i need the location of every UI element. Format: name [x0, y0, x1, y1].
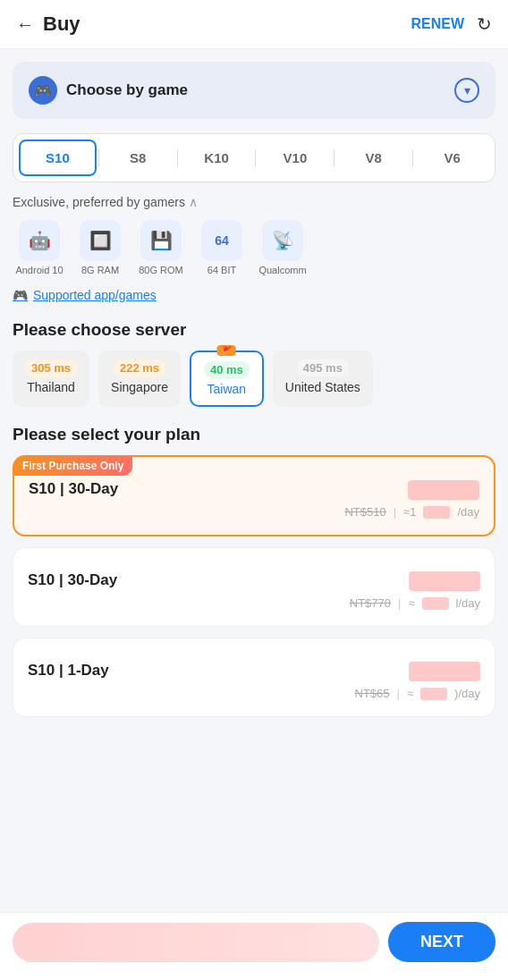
gamepad-icon: 🎮: [13, 288, 28, 302]
plan-3-per-day-text: )/day: [454, 687, 480, 700]
ram-icon: 🔲: [80, 220, 121, 261]
64bit-icon: 64: [201, 220, 242, 261]
exclusive-label: Exclusive, preferred by gamers ∧: [13, 195, 495, 209]
taiwan-ping: 40 ms: [204, 361, 250, 378]
supported-link[interactable]: 🎮 Supported app/games: [13, 288, 495, 302]
plan-1-original-price: NT$510: [344, 505, 385, 519]
plan-card-2[interactable]: S10 | 30-Day NT$770 | ≈ l/day: [13, 547, 495, 627]
plan-3-per-day-blurred: [420, 688, 447, 700]
tab-v10[interactable]: V10: [258, 141, 332, 174]
bottom-bar: NEXT: [0, 912, 508, 980]
header-left: ← Buy: [16, 13, 80, 36]
plan-1-approx: ≈1: [403, 505, 416, 519]
plan-1-name: S10 | 30-Day: [29, 480, 118, 498]
spec-android: 🤖 Android 10: [13, 220, 66, 275]
tab-divider-2: [177, 149, 178, 167]
page-title: Buy: [43, 13, 80, 36]
tab-k10[interactable]: K10: [180, 141, 254, 174]
taiwan-name: Taiwan: [207, 382, 247, 396]
plan-2-bottom: NT$770 | ≈ l/day: [28, 596, 480, 610]
plan-3-price-blurred: [409, 662, 480, 681]
tab-divider-5: [412, 149, 413, 167]
next-button[interactable]: NEXT: [388, 922, 495, 962]
plan-1-per-day-text: /day: [457, 505, 479, 519]
choose-game-left: 🎮 Choose by game: [29, 76, 188, 105]
spec-android-label: Android 10: [15, 265, 63, 275]
plan-2-price-blurred: [409, 571, 480, 591]
spec-rom-label: 80G ROM: [139, 265, 183, 275]
server-taiwan[interactable]: 🚩 40 ms Taiwan: [190, 351, 264, 407]
plan-2-name: S10 | 30-Day: [28, 571, 117, 589]
plan-1-per-day-blurred: [423, 506, 450, 519]
plan-1-price-blurred: [408, 480, 479, 500]
spec-ram: 🔲 8G RAM: [73, 220, 127, 275]
plan-1-bottom: NT$510 | ≈1 /day: [29, 505, 479, 519]
server-thailand[interactable]: 305 ms Thailand: [13, 351, 89, 407]
game-icon: 🎮: [29, 76, 57, 105]
server-row: 305 ms Thailand 222 ms Singapore 🚩 40 ms…: [13, 351, 495, 407]
refresh-icon[interactable]: ↻: [477, 13, 492, 35]
choose-game-label: Choose by game: [66, 81, 188, 99]
tab-divider-3: [255, 149, 256, 167]
us-name: United States: [285, 380, 360, 394]
spec-ram-label: 8G RAM: [81, 265, 119, 275]
tab-s10[interactable]: S10: [19, 139, 97, 176]
header-right: RENEW ↻: [411, 13, 492, 35]
tab-v8[interactable]: V8: [336, 141, 411, 174]
taiwan-badge: 🚩: [217, 345, 236, 356]
plan-3-top: S10 | 1-Day: [28, 662, 480, 681]
android-icon: 🤖: [19, 220, 60, 261]
spec-64bit-label: 64 BIT: [207, 265, 236, 275]
rom-icon: 💾: [140, 220, 182, 261]
supported-link-text[interactable]: Supported app/games: [33, 288, 157, 302]
spec-rom: 💾 80G ROM: [134, 220, 188, 275]
plan-1-top: S10 | 30-Day: [29, 480, 479, 500]
back-button[interactable]: ←: [16, 14, 34, 35]
thailand-ping: 305 ms: [25, 359, 77, 376]
server-singapore[interactable]: 222 ms Singapore: [98, 351, 181, 407]
plan-3-bottom: NT$65 | ≈ )/day: [28, 687, 480, 700]
thailand-name: Thailand: [27, 380, 75, 394]
main-content: 🎮 Choose by game ▾ S10 S8 K10 V10 V8 V6 …: [0, 49, 508, 817]
spec-qualcomm-label: Qualcomm: [258, 265, 306, 275]
header: ← Buy RENEW ↻: [0, 0, 508, 49]
renew-button[interactable]: RENEW: [411, 16, 464, 32]
spec-64bit: 64 64 BIT: [195, 220, 249, 275]
choose-game-card[interactable]: 🎮 Choose by game ▾: [13, 62, 495, 119]
qualcomm-icon: 📡: [262, 220, 303, 261]
tab-v6[interactable]: V6: [415, 141, 489, 174]
plan-3-approx: ≈: [407, 687, 413, 700]
plan-3-name: S10 | 1-Day: [28, 662, 109, 680]
specs-row: 🤖 Android 10 🔲 8G RAM 💾 80G ROM 64 64 BI…: [13, 220, 495, 275]
server-us[interactable]: 495 ms United States: [273, 351, 373, 407]
plan-tabs: S10 S8 K10 V10 V8 V6: [13, 133, 495, 182]
plan-card-3[interactable]: S10 | 1-Day NT$65 | ≈ )/day: [13, 638, 495, 717]
plan-section-title: Please select your plan: [13, 425, 495, 444]
singapore-name: Singapore: [111, 380, 168, 394]
plan-2-approx: ≈: [408, 596, 414, 610]
spec-qualcomm: 📡 Qualcomm: [256, 220, 309, 275]
server-section-title: Please choose server: [13, 320, 495, 340]
plan-2-per-day-text: l/day: [456, 596, 480, 610]
plan-card-1[interactable]: First Purchase Only S10 | 30-Day NT$510 …: [13, 455, 495, 536]
tab-divider-4: [334, 149, 334, 167]
bottom-price-blurred: [13, 923, 379, 962]
plan-3-original-price: NT$65: [355, 687, 390, 700]
tab-s8[interactable]: S8: [101, 141, 175, 174]
plan-2-original-price: NT$770: [350, 596, 391, 610]
plan-2-top: S10 | 30-Day: [28, 571, 480, 591]
singapore-ping: 222 ms: [114, 359, 165, 376]
chevron-down-icon[interactable]: ▾: [454, 78, 479, 103]
plan-2-per-day-blurred: [422, 597, 449, 610]
first-purchase-badge: First Purchase Only: [13, 456, 132, 476]
tab-divider-1: [98, 149, 99, 167]
us-ping: 495 ms: [297, 359, 349, 376]
